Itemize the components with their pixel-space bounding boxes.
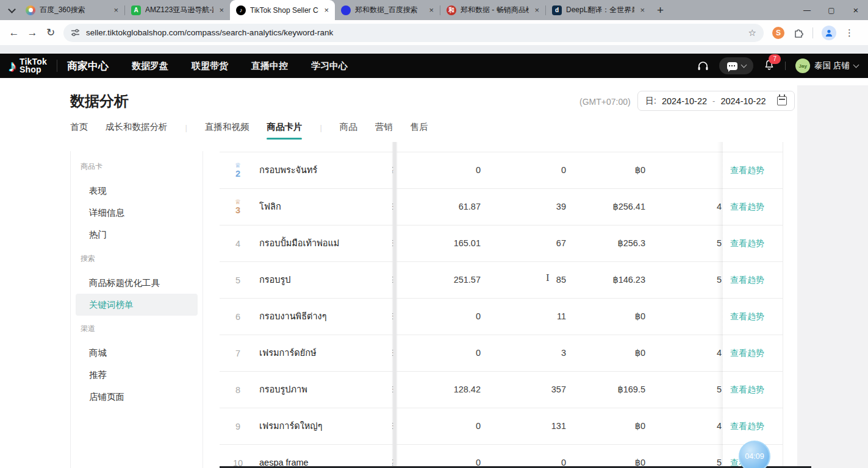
fixed-right-cell: 查看趋势 [723,152,782,188]
nav-item-数据罗盘[interactable]: 数据罗盘 [132,60,168,72]
forward-icon[interactable]: → [23,27,41,39]
tab-title: 百度_360搜索 [40,5,108,15]
view-trend-link[interactable]: 查看趋势 [730,202,764,213]
cell-value-b: 357 [487,372,566,408]
store-switcher[interactable]: Jay 泰国 店铺 [795,58,858,73]
close-tab-icon[interactable]: × [323,5,330,15]
tab-成长和数据分析[interactable]: 成长和数据分析 [106,121,168,134]
tab-售后[interactable]: 售后 [411,121,428,134]
new-tab-button[interactable]: + [657,4,664,17]
fixed-left-cell: 6กรอบงานพิธีต่างๆ [220,299,392,335]
favicon-hole [29,8,33,12]
rank-number: 5 [235,275,240,285]
cell-value-b: 131 [487,408,566,444]
sidebar-item-关键词榜单[interactable]: 关键词榜单 [76,294,198,316]
view-trend-link[interactable]: 查看趋势 [730,275,764,286]
browser-tab[interactable]: 郑和数据_百度搜索× [335,0,440,20]
cell-gmv-value: ฿146.23 [566,262,645,298]
tab-直播和视频[interactable]: 直播和视频 [205,121,249,134]
fixed-left-cell: 9เฟรมการ์ดใหญ่ๆ [220,408,392,444]
tab-商品[interactable]: 商品 [340,121,357,134]
sidebar-item-店铺页面[interactable]: 店铺页面 [76,386,198,408]
date-range-picker[interactable]: 日: 2024-10-22 - 2024-10-22 [637,91,795,111]
compass-page: 数据分析 (GMT+07:00) 日: 2024-10-22 - 2024-10… [0,78,868,468]
nav-right-divider [785,62,786,70]
view-trend-link[interactable]: 查看趋势 [730,311,764,322]
logo-text-line2: Shop [20,65,41,74]
tab-首页[interactable]: 首页 [70,121,88,134]
nav-item-商家中心[interactable]: 商家中心 [67,59,109,73]
keyword-label: aespa frame [259,445,309,468]
reload-icon[interactable]: ↻ [41,26,60,39]
headset-support-icon[interactable] [697,60,709,73]
sidebar-section-label: 渠道 [71,316,203,342]
tab-营销[interactable]: 营销 [375,121,393,134]
browser-tab[interactable]: 百度_360搜索× [20,0,124,20]
bookmark-star-icon[interactable]: ☆ [748,27,756,38]
fixed-right-cell: 查看趋势 [723,189,782,225]
cell-gmv-value: ฿0 [566,408,645,444]
view-trend-link[interactable]: 查看趋势 [730,238,764,249]
recording-timer-bubble[interactable]: 04:09 [739,441,770,468]
address-bar-lower-strip [0,45,868,54]
cell-gmv-value: ฿0 [566,445,645,468]
url-text[interactable]: seller.tiktokglobalshop.com/compass/sear… [86,28,748,37]
tab-divider: | [185,123,187,132]
sidebar-item-热门[interactable]: 热门 [76,224,198,246]
top-nav-right: 7 Jay 泰国 店铺 [697,54,858,78]
browser-profile-icon[interactable] [822,26,836,40]
rank-number: 9 [235,422,240,431]
nav-item-联盟带货[interactable]: 联盟带货 [192,60,228,72]
sidebar-item-商品标题优化工具[interactable]: 商品标题优化工具 [76,272,198,294]
tab-search-chevron-icon[interactable] [4,4,20,16]
fixed-left-cell: 8กรอบรูปภาพ [220,372,392,408]
seller-sprite-extension-icon[interactable]: S [772,27,784,39]
cell-value-a: 0 [401,408,481,444]
fixed-left-cell: 10aespa frame [220,445,392,468]
keyword-label: กรอบปั้มมือเท้าพ่อแม่ [259,225,339,261]
view-trend-link[interactable]: 查看趋势 [730,385,764,395]
sidebar-item-商城[interactable]: 商城 [76,342,198,364]
crown-icon: ♕ [235,199,241,205]
search360-favicon-icon [26,5,35,15]
messages-button[interactable] [719,57,753,74]
maximize-button[interactable]: ▢ [819,6,844,15]
right-gutter [797,85,868,468]
minimize-button[interactable]: — [795,6,819,15]
keyword-label: กรอบรูป [259,262,290,298]
url-omnibox[interactable]: seller.tiktokglobalshop.com/compass/sear… [63,24,764,42]
nav-item-学习中心[interactable]: 学习中心 [311,60,348,72]
browser-tab[interactable]: AAMZ123亚马逊导航-跨境× [125,0,230,20]
tab-title: 郑和数据_百度搜索 [355,5,423,15]
cell-gmv-value: ฿256.3 [566,225,645,261]
view-trend-link[interactable]: 查看趋势 [730,165,764,176]
cell-value-a: 0 [401,445,481,468]
browser-tab[interactable]: 和郑和数据 - 畅销商品榜× [440,0,545,20]
close-tab-icon[interactable]: × [428,5,435,15]
close-tab-icon[interactable]: × [218,5,225,15]
fixed-right-cell: 查看趋势 [723,225,782,261]
close-window-button[interactable]: × [844,5,868,15]
notifications-button[interactable]: 7 [763,58,775,74]
keyword-label: กรอบพระจันทร์ [259,152,317,188]
toolbar-divider [812,27,813,38]
tab-商品卡片[interactable]: 商品卡片 [267,121,302,134]
browser-tab[interactable]: ♪TikTok Shop Seller Cente× [230,0,335,20]
close-tab-icon[interactable]: × [639,5,646,15]
sidebar-item-表现[interactable]: 表现 [76,180,198,202]
tiktok-note-icon: ♪ [9,57,16,76]
browser-menu-icon[interactable]: ⋮ [845,27,854,38]
close-tab-icon[interactable]: × [112,5,120,15]
nav-item-直播中控[interactable]: 直播中控 [251,60,288,72]
sidebar-item-推荐[interactable]: 推荐 [76,364,198,386]
view-trend-link[interactable]: 查看趋势 [730,421,764,432]
back-icon[interactable]: ← [5,27,23,39]
extensions-puzzle-icon[interactable] [793,27,804,38]
fixed-right-cell: 查看趋势 [723,335,782,371]
browser-tab[interactable]: dDeepL翻译：全世界最准确× [546,0,651,20]
view-trend-link[interactable]: 查看趋势 [730,348,764,359]
site-settings-tune-icon[interactable] [71,28,80,37]
close-tab-icon[interactable]: × [533,5,540,15]
sidebar-item-详细信息[interactable]: 详细信息 [76,202,198,224]
tiktok-shop-logo[interactable]: ♪ TikTok Shop [9,57,47,76]
